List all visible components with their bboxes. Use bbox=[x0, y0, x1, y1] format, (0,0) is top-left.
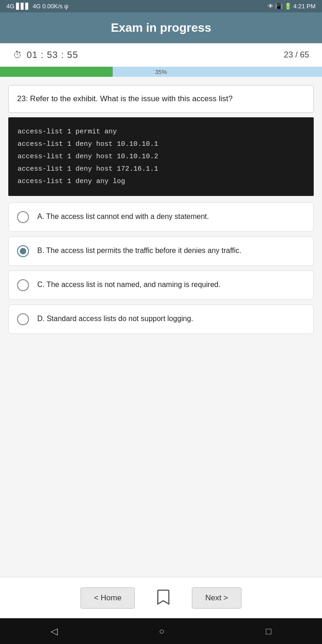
radio-a bbox=[17, 211, 29, 223]
timer-value: 01 : 53 : 55 bbox=[27, 50, 78, 60]
options-container: A. The access list cannot end with a den… bbox=[8, 202, 314, 334]
code-line-1: access-list 1 permit any bbox=[17, 126, 305, 138]
question-progress: 23 / 65 bbox=[284, 50, 309, 60]
home-button[interactable]: < Home bbox=[80, 587, 135, 609]
code-line-5: access-list 1 deny any log bbox=[17, 175, 305, 188]
android-recent-icon[interactable]: □ bbox=[266, 626, 271, 637]
android-home-icon[interactable]: ○ bbox=[159, 626, 164, 637]
status-bar: 4G ▋▋▋ 4G 0.00K/s ψ 👁 📳 🔋 4:21 PM bbox=[0, 0, 322, 12]
android-nav-bar: ◁ ○ □ bbox=[0, 618, 322, 644]
code-line-2: access-list 1 deny host 10.10.10.1 bbox=[17, 138, 305, 150]
status-left: 4G ▋▋▋ 4G 0.00K/s ψ bbox=[6, 3, 69, 10]
question-text: 23: Refer to the exhibit. What is the is… bbox=[17, 94, 233, 103]
status-icons: 👁 📳 🔋 4:21 PM bbox=[268, 3, 316, 10]
next-button[interactable]: Next > bbox=[192, 587, 242, 609]
question-card: 23: Refer to the exhibit. What is the is… bbox=[8, 85, 314, 113]
phone-wrapper: 4G ▋▋▋ 4G 0.00K/s ψ 👁 📳 🔋 4:21 PM Exam i… bbox=[0, 0, 322, 644]
progress-bar-fill bbox=[0, 67, 113, 77]
timer-icon: ⏱ bbox=[13, 50, 22, 60]
app-header: Exam in progress bbox=[0, 12, 322, 43]
code-block: access-list 1 permit any access-list 1 d… bbox=[8, 117, 314, 196]
option-b-text: B. The access list permits the traffic b… bbox=[37, 246, 242, 256]
timer-left: ⏱ 01 : 53 : 55 bbox=[13, 50, 78, 60]
progress-bar-container: 35% bbox=[0, 67, 322, 77]
bookmark-icon bbox=[157, 589, 170, 605]
option-a-text: A. The access list cannot end with a den… bbox=[37, 212, 209, 222]
status-right: 👁 📳 🔋 4:21 PM bbox=[268, 3, 316, 10]
option-b[interactable]: B. The access list permits the traffic b… bbox=[8, 236, 314, 266]
progress-bar-label: 35% bbox=[155, 69, 167, 75]
bookmark-button[interactable] bbox=[153, 586, 173, 610]
radio-d bbox=[17, 313, 29, 325]
radio-b-fill bbox=[20, 248, 26, 254]
option-c[interactable]: C. The access list is not named, and nam… bbox=[8, 270, 314, 300]
header-title: Exam in progress bbox=[111, 21, 211, 34]
main-content: ⏱ 01 : 53 : 55 23 / 65 35% 23: Refer to … bbox=[0, 43, 322, 618]
radio-c bbox=[17, 279, 29, 291]
signal-icon: 4G ▋▋▋ bbox=[6, 3, 30, 10]
option-d-text: D. Standard access lists do not support … bbox=[37, 314, 193, 324]
option-c-text: C. The access list is not named, and nam… bbox=[37, 280, 220, 290]
option-d[interactable]: D. Standard access lists do not support … bbox=[8, 305, 314, 334]
radio-b bbox=[17, 245, 29, 257]
bottom-nav: < Home Next > bbox=[0, 577, 322, 618]
code-line-4: access-list 1 deny host 172.16.1.1 bbox=[17, 163, 305, 175]
android-back-icon[interactable]: ◁ bbox=[51, 626, 58, 637]
code-line-3: access-list 1 deny host 10.10.10.2 bbox=[17, 150, 305, 163]
timer-row: ⏱ 01 : 53 : 55 23 / 65 bbox=[0, 43, 322, 67]
network-speed: 4G 0.00K/s ψ bbox=[33, 3, 69, 10]
option-a[interactable]: A. The access list cannot end with a den… bbox=[8, 202, 314, 232]
